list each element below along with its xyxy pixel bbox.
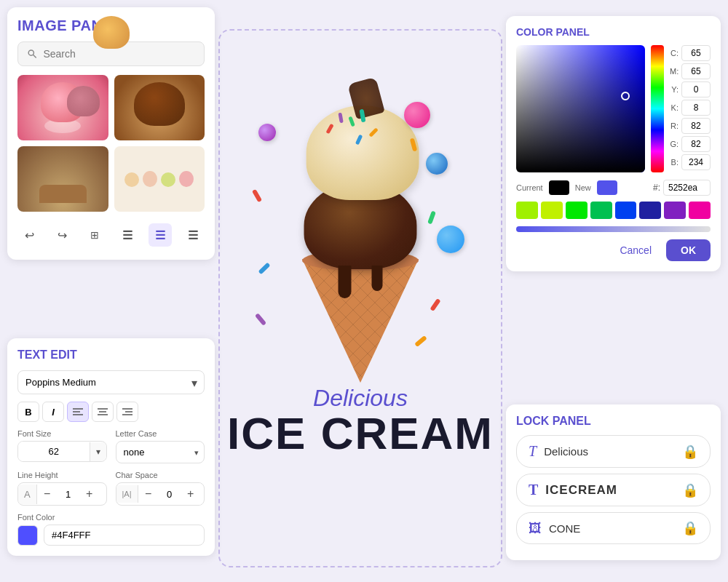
preset-7[interactable] <box>664 202 686 219</box>
letter-case-select[interactable]: none uppercase lowercase capitalize <box>116 441 205 463</box>
preset-2[interactable] <box>541 202 563 219</box>
k-input[interactable] <box>681 100 711 116</box>
color-slider-row <box>516 226 711 232</box>
line-height-decrement[interactable]: − <box>37 483 58 505</box>
font-color-swatch[interactable] <box>17 525 38 546</box>
cmyk-fields: C: M: Y: K: R: G: <box>670 45 711 172</box>
new-label: New <box>575 183 591 192</box>
opacity-slider[interactable] <box>516 226 711 232</box>
color-picker-area: C: M: Y: K: R: G: <box>516 45 711 172</box>
font-color-hex-input[interactable] <box>44 525 205 546</box>
search-icon <box>27 48 37 60</box>
lock-icon-cone[interactable]: 🔒 <box>682 520 698 536</box>
font-size-input[interactable] <box>18 442 90 461</box>
font-select[interactable]: Poppins Medium Arial Times New Roman <box>17 370 205 394</box>
toolbar: ↩ ↪ ⊞ ☰ ☰ ☰ <box>17 220 205 250</box>
char-space-value: 0 <box>159 489 181 500</box>
color-spectrum-slider[interactable] <box>651 45 664 172</box>
color-gradient-picker[interactable] <box>516 45 645 172</box>
g-input[interactable] <box>681 136 711 152</box>
color-panel-title: COLOR PANEL <box>516 26 711 38</box>
hash-label: #: <box>653 183 660 193</box>
text-overlay[interactable]: Delicious ICE CREAM <box>227 386 494 456</box>
image-thumb-1[interactable] <box>17 75 108 140</box>
new-color-swatch <box>597 180 617 195</box>
letter-case-label: Letter Case <box>116 429 205 438</box>
preset-8[interactable] <box>689 202 711 219</box>
italic-button[interactable]: I <box>42 402 64 422</box>
font-size-dropdown[interactable]: ▾ <box>90 442 106 461</box>
text-delicious: Delicious <box>227 386 494 411</box>
image-thumb-2[interactable] <box>114 75 205 140</box>
line-height-increment[interactable]: + <box>79 483 100 505</box>
search-input[interactable] <box>43 48 195 60</box>
lock-item-cone[interactable]: 🖼 CONE 🔒 <box>516 512 711 544</box>
g-label: G: <box>670 140 678 148</box>
font-size-group: Font Size ▾ <box>17 429 107 463</box>
candy-blue-lg <box>437 226 464 253</box>
undo-button[interactable]: ↩ <box>17 223 41 247</box>
canvas-area[interactable]: Delicious ICE CREAM <box>218 0 502 582</box>
svg-line-1 <box>33 55 36 57</box>
preset-3[interactable] <box>566 202 587 219</box>
cancel-button[interactable]: Cancel <box>612 240 659 260</box>
lock-item-delicious[interactable]: T Delicious 🔒 <box>516 435 711 468</box>
image-panel: IMAGE PANEL ↩ ↪ <box>7 7 215 260</box>
font-size-label: Font Size <box>17 429 107 438</box>
bar-sprinkle-5 <box>255 313 266 326</box>
lock-icon-icecream[interactable]: 🔒 <box>682 482 698 498</box>
text-icon-delicious: T <box>529 443 537 460</box>
ice-cream-scene: Delicious ICE CREAM <box>222 80 499 502</box>
image-thumb-3[interactable] <box>17 146 108 212</box>
text-icecream: ICE CREAM <box>227 411 494 456</box>
preset-4[interactable] <box>590 202 612 219</box>
align-right-button[interactable]: ☰ <box>181 223 205 247</box>
align-center-button[interactable]: ☰ <box>149 223 172 247</box>
preset-1[interactable] <box>516 202 538 219</box>
redo-button[interactable]: ↪ <box>50 223 74 247</box>
text-icon-icecream: T <box>529 482 538 498</box>
preset-6[interactable] <box>639 202 661 219</box>
r-field: R: <box>670 118 711 134</box>
k-label: K: <box>670 103 678 112</box>
char-space-decrement[interactable]: − <box>138 483 159 505</box>
color-current-row: Current New #: <box>516 180 711 196</box>
ok-button[interactable]: OK <box>666 239 711 261</box>
line-height-stepper: A − 1 + <box>17 482 107 506</box>
b-label: B: <box>670 158 678 167</box>
image-icon-cone: 🖼 <box>529 521 542 536</box>
char-space-stepper: |A| − 0 + <box>116 482 205 506</box>
lock-panel: LOCK PANEL T Delicious 🔒 T ICECREAM 🔒 🖼 … <box>506 404 721 560</box>
grid-button[interactable]: ⊞ <box>83 223 106 247</box>
lock-item-icecream-left: T ICECREAM <box>529 482 617 498</box>
line-height-group: Line Height A − 1 + <box>17 471 107 506</box>
hex-input[interactable] <box>663 180 711 196</box>
align-left-fmt-button[interactable] <box>67 402 89 422</box>
bold-button[interactable]: B <box>17 402 39 422</box>
char-space-icon: |A| <box>116 485 138 503</box>
align-right-fmt-button[interactable] <box>116 402 138 422</box>
r-input[interactable] <box>681 118 711 134</box>
char-space-increment[interactable]: + <box>181 483 201 505</box>
lock-item-delicious-left: T Delicious <box>529 443 588 460</box>
align-left-button[interactable]: ☰ <box>116 223 139 247</box>
lock-icon-delicious[interactable]: 🔒 <box>682 444 698 460</box>
font-color-input-row <box>17 525 205 546</box>
preset-5[interactable] <box>615 202 637 219</box>
y-label: Y: <box>670 85 678 94</box>
b-input[interactable] <box>681 154 711 170</box>
lock-item-cone-left: 🖼 CONE <box>529 521 580 536</box>
color-panel: COLOR PANEL C: M: Y: K: R: <box>506 16 721 271</box>
c-input[interactable] <box>681 45 711 61</box>
letter-case-select-wrapper: none uppercase lowercase capitalize <box>116 441 205 463</box>
bar-sprinkle-1 <box>252 189 262 203</box>
c-label: C: <box>670 49 678 57</box>
char-space-label: Char Space <box>116 471 205 479</box>
lock-item-icecream[interactable]: T ICECREAM 🔒 <box>516 474 711 506</box>
align-center-fmt-button[interactable] <box>92 402 114 422</box>
font-size-control: ▾ <box>17 441 107 462</box>
m-field: M: <box>670 63 711 79</box>
y-input[interactable] <box>681 81 711 97</box>
image-thumb-4[interactable] <box>114 146 205 212</box>
m-input[interactable] <box>681 63 711 79</box>
